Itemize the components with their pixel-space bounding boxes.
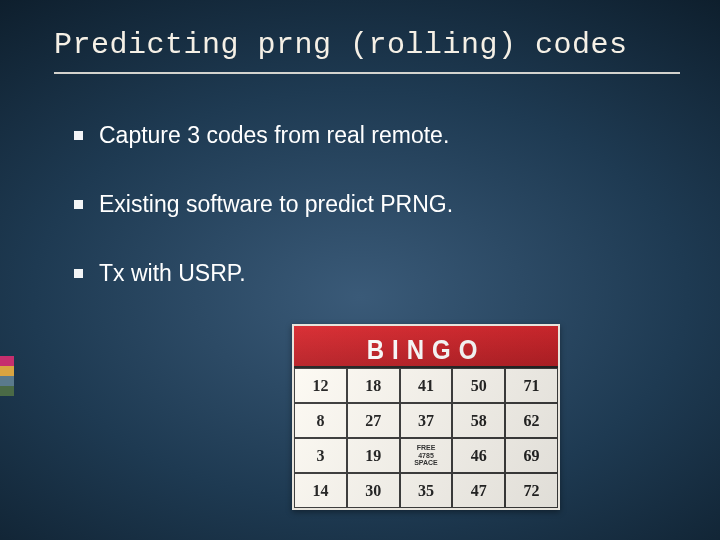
bullet-text: Tx with USRP.: [99, 258, 246, 289]
bingo-header: BINGO: [294, 326, 558, 368]
bullet-text: Capture 3 codes from real remote.: [99, 120, 449, 151]
bingo-cell: 41: [400, 368, 453, 403]
tab-stripe: [0, 356, 14, 366]
tab-stripe: [0, 376, 14, 386]
bingo-cell: 47: [452, 473, 505, 508]
bingo-cell: 46: [452, 438, 505, 473]
bingo-cell: 69: [505, 438, 558, 473]
bullet-marker-icon: [74, 269, 83, 278]
bingo-header-text: BINGO: [367, 334, 486, 366]
bullet-marker-icon: [74, 131, 83, 140]
bullet-text: Existing software to predict PRNG.: [99, 189, 453, 220]
bingo-cell: 62: [505, 403, 558, 438]
bingo-cell: 72: [505, 473, 558, 508]
bingo-free-space: FREE 4785 SPACE: [400, 438, 453, 473]
bullet-item: Capture 3 codes from real remote.: [74, 120, 660, 151]
bingo-cell: 35: [400, 473, 453, 508]
tab-stripe: [0, 366, 14, 376]
slide-body: Capture 3 codes from real remote. Existi…: [74, 120, 660, 327]
bingo-cell: 27: [347, 403, 400, 438]
bingo-cell: 19: [347, 438, 400, 473]
bingo-cell: 8: [294, 403, 347, 438]
title-underline: [54, 72, 680, 74]
bullet-item: Existing software to predict PRNG.: [74, 189, 660, 220]
bingo-cell: 12: [294, 368, 347, 403]
bingo-cell: 3: [294, 438, 347, 473]
left-color-tabs: [0, 356, 14, 396]
bingo-cell: 18: [347, 368, 400, 403]
tab-stripe: [0, 386, 14, 396]
slide-title: Predicting prng (rolling) codes: [54, 28, 680, 62]
bingo-cell: 37: [400, 403, 453, 438]
slide: Predicting prng (rolling) codes Capture …: [0, 0, 720, 540]
bingo-cell: 14: [294, 473, 347, 508]
bingo-cell: 50: [452, 368, 505, 403]
bullet-item: Tx with USRP.: [74, 258, 660, 289]
bullet-marker-icon: [74, 200, 83, 209]
bingo-cell: 30: [347, 473, 400, 508]
bingo-grid: 12 18 41 50 71 8 27 37 58 62 3 19 FREE 4…: [294, 368, 558, 510]
bingo-card-image: BINGO 12 18 41 50 71 8 27 37 58 62 3 19 …: [292, 324, 560, 510]
bingo-cell: 71: [505, 368, 558, 403]
bingo-cell: 58: [452, 403, 505, 438]
